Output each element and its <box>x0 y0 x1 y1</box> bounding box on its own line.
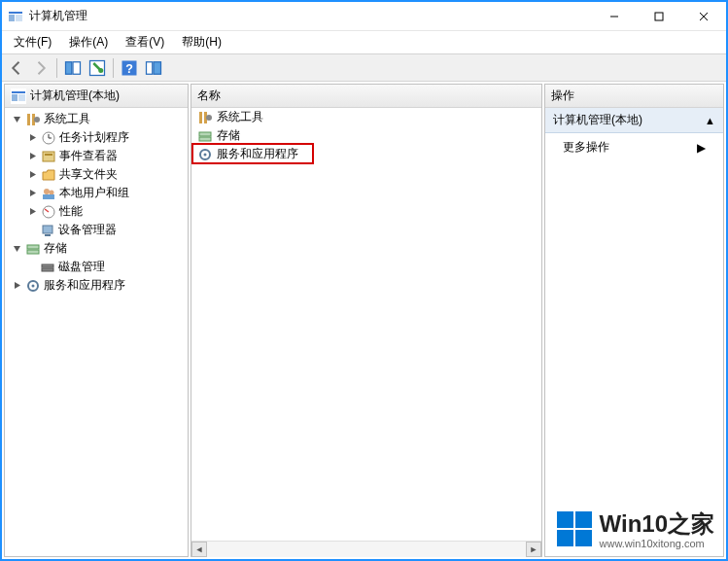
tree-node-label: 事件查看器 <box>59 148 118 164</box>
svg-rect-17 <box>12 91 25 93</box>
window-title: 计算机管理 <box>29 8 592 24</box>
list-item-label: 服务和应用程序 <box>217 146 298 162</box>
svg-rect-20 <box>27 114 30 125</box>
svg-rect-9 <box>73 61 81 74</box>
tree-node-label: 共享文件夹 <box>59 166 118 183</box>
tree-root-node[interactable]: 计算机管理(本地) <box>5 85 188 108</box>
list-item-storage[interactable]: 存储 <box>191 126 541 145</box>
svg-point-47 <box>204 153 207 156</box>
toolbar-separator <box>113 58 114 78</box>
actions-more-label: 更多操作 <box>563 139 609 156</box>
svg-rect-18 <box>12 94 17 101</box>
list-item-label: 存储 <box>217 127 240 144</box>
tree-node-label: 性能 <box>59 203 83 220</box>
expander-open-icon[interactable] <box>11 243 22 255</box>
window-frame: 计算机管理 文件(F) 操作(A) 查看(V) 帮助(H) ? 计算机管理(本地… <box>0 0 728 561</box>
actions-context-label: 计算机管理(本地) <box>553 112 642 128</box>
tree-node-shared-folders[interactable]: 共享文件夹 <box>36 165 188 184</box>
forward-button[interactable] <box>30 57 52 79</box>
workspace: 计算机管理(本地) 系统工具 任务计 <box>2 82 726 559</box>
menu-help[interactable]: 帮助(H) <box>174 32 229 53</box>
list-item-services-apps[interactable]: 服务和应用程序 <box>191 145 541 163</box>
tree-panel: 计算机管理(本地) 系统工具 任务计 <box>4 84 189 557</box>
tree-node-system-tools[interactable]: 系统工具 <box>20 110 188 128</box>
list-body[interactable]: 系统工具 存储 服务和应用程序 <box>191 108 541 541</box>
titlebar: 计算机管理 <box>2 2 726 31</box>
show-actions-button[interactable] <box>143 57 164 79</box>
close-button[interactable] <box>681 2 726 30</box>
tree-node-disk-management[interactable]: 磁盘管理 <box>36 258 188 276</box>
svg-point-29 <box>50 190 54 194</box>
expander-open-icon[interactable] <box>11 114 22 125</box>
scroll-left-button[interactable]: ◄ <box>191 542 207 557</box>
performance-icon <box>41 204 56 220</box>
services-icon <box>197 147 213 162</box>
tree-node-local-users[interactable]: 本地用户和组 <box>36 184 188 202</box>
tree-node-label: 磁盘管理 <box>58 259 105 275</box>
svg-rect-34 <box>45 234 51 236</box>
computer-management-icon <box>11 88 26 104</box>
tree-node-label: 设备管理器 <box>58 222 117 238</box>
expander-closed-icon[interactable] <box>26 188 38 199</box>
svg-rect-45 <box>199 137 211 141</box>
scroll-right-button[interactable]: ► <box>526 542 541 557</box>
svg-rect-1 <box>9 12 22 14</box>
back-button[interactable] <box>6 57 27 79</box>
expander-closed-icon[interactable] <box>26 206 38 218</box>
tree-node-services-apps[interactable]: 服务和应用程序 <box>20 276 188 295</box>
list-item-label: 系统工具 <box>217 109 263 125</box>
svg-rect-36 <box>27 250 39 254</box>
collapse-arrow-icon: ▲ <box>705 115 715 126</box>
expander-closed-icon[interactable] <box>26 151 38 162</box>
menu-view[interactable]: 查看(V) <box>118 32 172 53</box>
svg-rect-26 <box>43 152 54 161</box>
expander-closed-icon[interactable] <box>26 132 38 144</box>
toolbar-separator <box>56 58 57 78</box>
tree-node-label: 本地用户和组 <box>59 185 129 201</box>
toolbar: ? <box>2 54 726 82</box>
svg-rect-44 <box>199 132 211 136</box>
list-column-header[interactable]: 名称 <box>191 85 541 108</box>
svg-point-22 <box>34 117 40 123</box>
horizontal-scrollbar[interactable]: ◄ ► <box>191 541 541 556</box>
services-icon <box>25 278 41 294</box>
tree-node-performance[interactable]: 性能 <box>36 202 188 221</box>
menubar: 文件(F) 操作(A) 查看(V) 帮助(H) <box>2 31 726 54</box>
storage-icon <box>25 241 41 257</box>
svg-rect-35 <box>27 245 39 249</box>
tree-root-label: 计算机管理(本地) <box>30 88 120 104</box>
tree[interactable]: 系统工具 任务计划程序 事件查看器 <box>5 108 188 297</box>
menu-action[interactable]: 操作(A) <box>61 32 116 53</box>
help-button[interactable]: ? <box>119 57 140 79</box>
minimize-button[interactable] <box>592 2 637 30</box>
svg-rect-41 <box>199 112 202 123</box>
svg-point-28 <box>44 189 50 194</box>
show-hide-tree-button[interactable] <box>62 57 84 79</box>
tree-node-storage[interactable]: 存储 <box>20 239 188 258</box>
svg-point-11 <box>98 68 103 73</box>
svg-rect-37 <box>42 264 53 267</box>
tree-node-task-scheduler[interactable]: 任务计划程序 <box>36 128 188 147</box>
svg-rect-33 <box>43 226 52 233</box>
tree-node-label: 任务计划程序 <box>59 129 129 146</box>
clock-icon <box>41 130 56 146</box>
event-viewer-icon <box>41 149 56 164</box>
menu-file[interactable]: 文件(F) <box>6 32 59 53</box>
actions-more-item[interactable]: 更多操作 ▶ <box>545 133 723 161</box>
svg-rect-38 <box>42 268 53 271</box>
system-tools-icon <box>197 110 213 125</box>
users-icon <box>41 186 56 201</box>
expander-closed-icon[interactable] <box>26 169 38 181</box>
list-item-system-tools[interactable]: 系统工具 <box>191 108 541 126</box>
actions-context-row[interactable]: 计算机管理(本地) ▲ <box>545 108 723 133</box>
disk-management-icon <box>40 260 55 275</box>
window-controls <box>592 2 726 30</box>
app-icon <box>8 9 23 24</box>
tree-node-event-viewer[interactable]: 事件查看器 <box>36 147 188 165</box>
maximize-button[interactable] <box>637 2 681 30</box>
tree-node-device-manager[interactable]: 设备管理器 <box>36 221 188 239</box>
properties-button[interactable] <box>87 57 108 79</box>
scroll-track[interactable] <box>207 542 526 557</box>
system-tools-icon <box>25 112 41 127</box>
expander-closed-icon[interactable] <box>11 280 22 292</box>
